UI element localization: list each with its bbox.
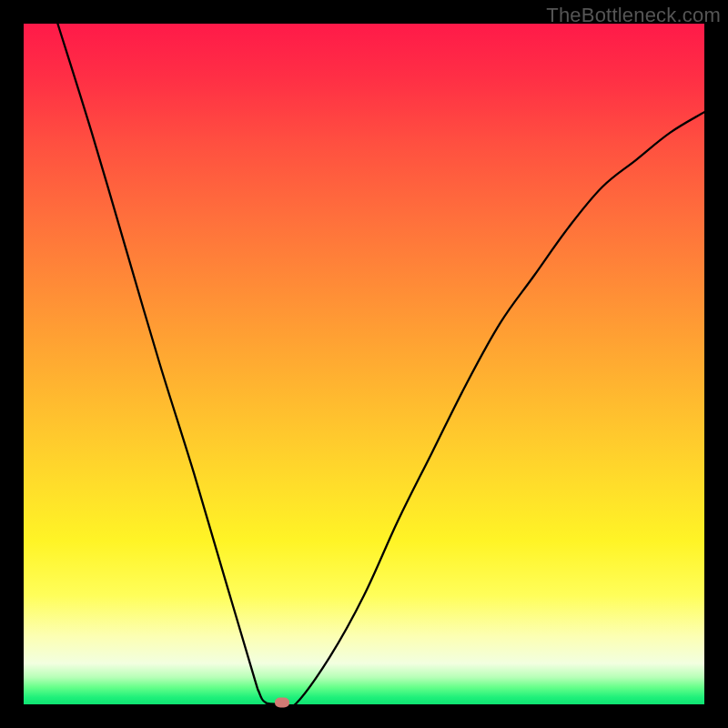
chart-container: TheBottleneck.com xyxy=(0,0,728,728)
watermark-text: TheBottleneck.com xyxy=(546,4,721,27)
curve-path xyxy=(57,24,704,704)
optimal-point-marker xyxy=(275,697,289,707)
bottleneck-curve xyxy=(24,24,704,704)
plot-area xyxy=(24,24,704,704)
